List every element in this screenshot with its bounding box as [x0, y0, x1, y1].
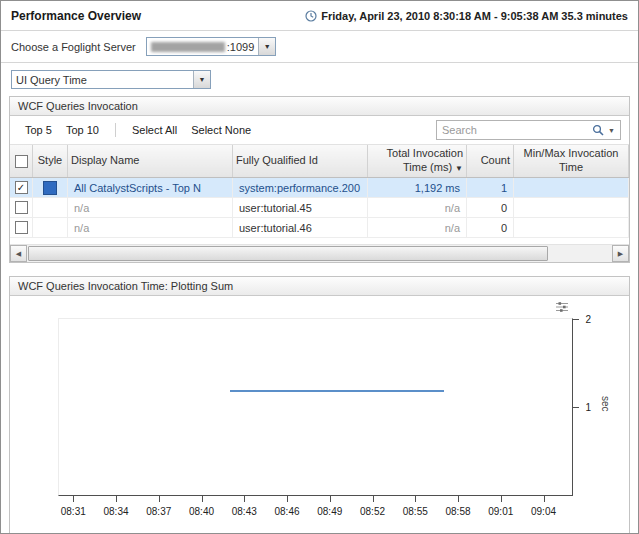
horizontal-scrollbar[interactable]: ◀ ▶: [10, 244, 629, 262]
checkbox-cell: ✓: [10, 178, 33, 198]
search-icon[interactable]: [592, 124, 604, 136]
page-header: Performance Overview Friday, April 23, 2…: [1, 1, 638, 31]
server-combobox[interactable]: :1099 ▼: [146, 37, 277, 56]
x-axis-label: 08:49: [317, 506, 342, 517]
panel-title: WCF Queries Invocation: [10, 97, 629, 116]
y-axis-label: 1: [585, 402, 591, 413]
x-axis-label: 08:46: [274, 506, 299, 517]
query-type-select[interactable]: UI Query Time ▼: [11, 70, 211, 89]
chart-area: 08:3108:3408:3708:4008:4308:4608:4908:52…: [14, 298, 625, 532]
count-cell: 0: [467, 198, 514, 218]
display-name-cell: n/a: [68, 198, 233, 218]
x-axis-label: 08:34: [103, 506, 128, 517]
row-checkbox[interactable]: [15, 221, 28, 234]
clock-icon: [305, 10, 317, 22]
column-header[interactable]: Fully Qualified Id: [233, 145, 368, 178]
x-axis-tick: [415, 496, 416, 502]
sort-desc-icon: ▼: [455, 164, 463, 173]
display-name-cell: All CatalystScripts - Top N: [68, 178, 233, 198]
time-range-text: Friday, April 23, 2010 8:30:18 AM - 9:05…: [321, 10, 628, 22]
toolbar-separator: [115, 123, 116, 137]
checkbox-cell: [10, 198, 33, 218]
x-axis-label: 09:04: [531, 506, 556, 517]
column-header[interactable]: Min/Max Invocation Time: [514, 145, 629, 178]
x-axis-tick: [501, 496, 502, 502]
total-invocation-cell: n/a: [368, 218, 467, 238]
x-axis-label: 08:31: [61, 506, 86, 517]
fqid-cell: system:performance.200: [233, 178, 368, 198]
x-axis-label: 08:58: [445, 506, 470, 517]
y-axis-label: 2: [585, 314, 591, 325]
series-line: [230, 390, 444, 392]
top5-button[interactable]: Top 5: [18, 122, 59, 138]
wcf-queries-invocation-panel: WCF Queries Invocation Top 5 Top 10 Sele…: [9, 96, 630, 263]
query-table-body: ✓All CatalystScripts - Top Nsystem:perfo…: [10, 178, 629, 238]
query-type-dropdown-button[interactable]: ▼: [193, 71, 210, 88]
header-checkbox[interactable]: [15, 155, 28, 168]
count-cell: 0: [467, 218, 514, 238]
x-axis-label: 08:43: [232, 506, 257, 517]
x-axis-tick: [287, 496, 288, 502]
x-axis-label: 09:01: [488, 506, 513, 517]
fqid-cell: user:tutorial.45: [233, 198, 368, 218]
x-axis-tick: [244, 496, 245, 502]
chart-panel-title: WCF Queries Invocation Time: Plotting Su…: [10, 277, 629, 296]
table-row[interactable]: ✓All CatalystScripts - Top Nsystem:perfo…: [10, 178, 629, 198]
search-options-caret-icon[interactable]: ▼: [608, 127, 615, 134]
column-header[interactable]: Display Name: [68, 145, 233, 178]
x-axis-tick: [159, 496, 160, 502]
server-label: Choose a Foglight Server: [11, 41, 136, 53]
total-invocation-cell: 1,192 ms: [368, 178, 467, 198]
chart-plot-area: 08:3108:3408:3708:4008:4308:4608:4908:52…: [58, 318, 573, 496]
style-swatch: [43, 181, 57, 195]
server-row: Choose a Foglight Server :1099 ▼: [1, 31, 638, 63]
query-table: StyleDisplay NameFully Qualified IdTotal…: [10, 145, 629, 238]
query-table-head-row: StyleDisplay NameFully Qualified IdTotal…: [10, 145, 629, 178]
scroll-right-arrow-icon[interactable]: ▶: [612, 245, 629, 262]
style-cell: [33, 198, 68, 218]
x-axis-label: 08:55: [403, 506, 428, 517]
x-axis-tick: [544, 496, 545, 502]
server-dropdown-button[interactable]: ▼: [258, 38, 275, 55]
minmax-cell: [514, 198, 629, 218]
x-axis-tick: [73, 496, 74, 502]
table-row[interactable]: n/auser:tutorial.45n/a0: [10, 198, 629, 218]
x-axis-label: 08:52: [360, 506, 385, 517]
select-none-button[interactable]: Select None: [184, 122, 258, 138]
fqid-cell: user:tutorial.46: [233, 218, 368, 238]
search-input[interactable]: [442, 124, 592, 136]
display-name-cell: n/a: [68, 218, 233, 238]
scrollbar-thumb[interactable]: [28, 246, 548, 261]
x-axis-tick: [373, 496, 374, 502]
checkbox-cell: [10, 218, 33, 238]
column-header[interactable]: Style: [33, 145, 68, 178]
x-axis-label: 08:37: [146, 506, 171, 517]
x-axis-label: 08:40: [189, 506, 214, 517]
scroll-left-arrow-icon[interactable]: ◀: [10, 245, 27, 262]
column-header[interactable]: Count: [467, 145, 514, 178]
performance-overview-page: Performance Overview Friday, April 23, 2…: [0, 0, 639, 534]
x-axis-tick: [202, 496, 203, 502]
time-range: Friday, April 23, 2010 8:30:18 AM - 9:05…: [305, 10, 628, 22]
row-checkbox[interactable]: ✓: [15, 181, 28, 194]
search-box: ▼: [436, 120, 621, 140]
minmax-cell: [514, 218, 629, 238]
style-cell: [33, 178, 68, 198]
table-toolbar: Top 5 Top 10 Select All Select None ▼: [10, 116, 629, 145]
x-axis-tick: [116, 496, 117, 502]
server-name-redacted: [151, 42, 225, 52]
chart-panel: WCF Queries Invocation Time: Plotting Su…: [9, 276, 630, 534]
row-checkbox[interactable]: [15, 201, 28, 214]
chart-options-icon[interactable]: [555, 301, 569, 315]
select-all-button[interactable]: Select All: [125, 122, 184, 138]
table-row[interactable]: n/auser:tutorial.46n/a0: [10, 218, 629, 238]
minmax-cell: [514, 178, 629, 198]
column-header[interactable]: Total Invocation Time (ms)▼: [368, 145, 467, 178]
count-cell: 1: [467, 178, 514, 198]
select-all-header-cell: [10, 145, 33, 178]
y-axis-unit-label: sec: [600, 396, 611, 412]
x-axis-tick: [330, 496, 331, 502]
top10-button[interactable]: Top 10: [59, 122, 106, 138]
total-invocation-cell: n/a: [368, 198, 467, 218]
server-port: :1099: [227, 41, 255, 53]
